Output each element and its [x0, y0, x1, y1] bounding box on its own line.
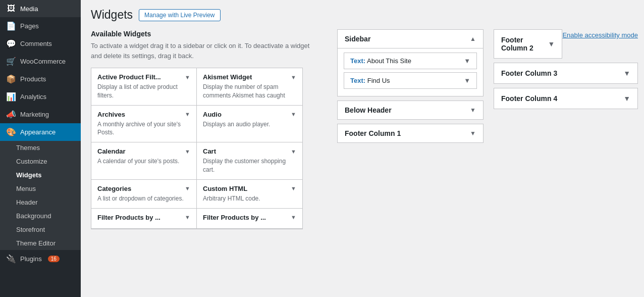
submenu-customize[interactable]: Customize: [0, 155, 81, 168]
widget-header: Filter Products by ... ▼: [203, 214, 296, 221]
sidebar-item-analytics[interactable]: 📊 Analytics: [0, 88, 81, 106]
products-icon: 📦: [6, 74, 16, 84]
widget-item[interactable]: Cart ▼ Display the customer shopping car…: [197, 142, 302, 180]
chevron-down-icon: ▼: [464, 57, 470, 65]
widget-header: Cart ▼: [203, 147, 296, 155]
widget-desc: A list or dropdown of categories.: [97, 194, 190, 203]
chevron-down-icon: ▼: [185, 111, 190, 117]
widget-item[interactable]: Archives ▼ A monthly archive of your sit…: [91, 106, 197, 143]
sidebar-item-plugins[interactable]: 🔌 Plugins 16: [0, 250, 81, 268]
widget-header: Audio ▼: [203, 111, 296, 118]
widget-name: Archives: [97, 111, 125, 118]
widget-item[interactable]: Akismet Widget ▼ Display the number of s…: [197, 68, 302, 106]
widget-item[interactable]: Categories ▼ A list or dropdown of categ…: [91, 180, 197, 209]
widget-item[interactable]: Active Product Filt... ▼ Display a list …: [91, 68, 197, 106]
footer-column1-header[interactable]: Footer Column 1 ▼: [338, 124, 483, 142]
slot-label: Text: About This Site: [350, 57, 411, 65]
footer-areas-panel: Enable accessibility mode Footer Column …: [488, 0, 644, 297]
widget-name: Categories: [97, 185, 131, 192]
chevron-down-icon: ▼: [470, 130, 476, 137]
below-header-area-header[interactable]: Below Header ▼: [338, 101, 483, 119]
widgets-section: Widgets Manage with Live Preview Availab…: [81, 0, 331, 297]
widgets-grid: Active Product Filt... ▼ Display a list …: [91, 68, 303, 229]
widget-desc: Display the number of spam comments Akis…: [203, 83, 296, 100]
widget-desc: Display a list of active product filters…: [97, 83, 190, 100]
sidebar-item-label: Comments: [20, 40, 52, 47]
widget-item[interactable]: Audio ▼ Displays an audio player.: [197, 106, 302, 143]
widget-item[interactable]: Custom HTML ▼ Arbitrary HTML code.: [197, 180, 302, 209]
widget-item[interactable]: Filter Products by ... ▼: [91, 209, 197, 229]
widget-slot[interactable]: Text: About This Site ▼: [344, 53, 477, 69]
widget-name: Active Product Filt...: [97, 73, 161, 81]
widget-desc: Displays an audio player.: [203, 120, 296, 129]
marketing-icon: 📣: [6, 110, 16, 119]
widget-item[interactable]: Filter Products by ... ▼: [197, 209, 302, 229]
sidebar-item-pages[interactable]: 📄 Pages: [0, 17, 81, 35]
submenu-theme-editor[interactable]: Theme Editor: [0, 236, 81, 250]
pages-icon: 📄: [6, 21, 16, 31]
widget-name: Akismet Widget: [203, 73, 252, 81]
footer-column4-title: Footer Column 4: [501, 94, 557, 103]
widget-header: Custom HTML ▼: [203, 185, 296, 192]
chevron-down-icon: ▼: [623, 94, 630, 103]
manage-live-preview-button[interactable]: Manage with Live Preview: [139, 9, 220, 21]
sidebar-item-woocommerce[interactable]: 🛒 WooCommerce: [0, 53, 81, 70]
submenu-storefront[interactable]: Storefront: [0, 223, 81, 236]
sidebar-item-appearance[interactable]: 🎨 Appearance: [0, 123, 81, 141]
widget-header: Archives ▼: [97, 111, 190, 118]
chevron-down-icon: ▼: [291, 214, 296, 220]
sidebar-item-label: Products: [20, 75, 46, 83]
submenu-themes[interactable]: Themes: [0, 141, 81, 155]
sidebar-area-header[interactable]: Sidebar ▲: [338, 30, 483, 48]
chevron-down-icon: ▼: [291, 185, 296, 191]
sidebar-item-marketing[interactable]: 📣 Marketing: [0, 106, 81, 123]
sidebar-item-label: Analytics: [20, 93, 46, 101]
sidebar-area-content: Text: About This Site ▼ Text: Find Us ▼: [338, 48, 483, 96]
footer-column1-area: Footer Column 1 ▼: [337, 124, 484, 143]
widget-name: Filter Products by ...: [203, 214, 266, 221]
footer-column4-item[interactable]: Footer Column 4 ▼: [494, 88, 638, 109]
widget-slot[interactable]: Text: Find Us ▼: [344, 72, 477, 89]
sidebar-area: Sidebar ▲ Text: About This Site ▼ Text: …: [337, 29, 484, 96]
appearance-icon: 🎨: [6, 127, 16, 137]
widget-item[interactable]: Calendar ▼ A calendar of your site's pos…: [91, 142, 197, 180]
sidebar-item-products[interactable]: 📦 Products: [0, 70, 81, 88]
chevron-down-icon: ▼: [464, 77, 470, 84]
submenu-header[interactable]: Header: [0, 195, 81, 209]
sidebar-item-media[interactable]: 🖼 Media: [0, 0, 81, 17]
admin-sidebar: 🖼 Media 📄 Pages 💬 Comments 🛒 WooCommerce…: [0, 0, 81, 297]
appearance-submenu: Themes Customize Widgets Menus Header Ba…: [0, 141, 81, 250]
plugins-badge: 16: [48, 256, 60, 262]
below-header-title: Below Header: [345, 106, 392, 114]
submenu-background[interactable]: Background: [0, 209, 81, 223]
widget-desc: Arbitrary HTML code.: [203, 194, 296, 203]
submenu-widgets[interactable]: Widgets: [0, 168, 81, 182]
footer-column2-item[interactable]: Footer Column 2 ▼: [494, 29, 562, 59]
submenu-menus[interactable]: Menus: [0, 182, 81, 195]
sidebar-item-label: Media: [20, 5, 38, 13]
page-title: Widgets: [91, 8, 133, 22]
footer-column3-item[interactable]: Footer Column 3 ▼: [494, 63, 638, 84]
below-header-area: Below Header ▼: [337, 101, 484, 120]
sidebar-areas-panel: Sidebar ▲ Text: About This Site ▼ Text: …: [331, 0, 488, 297]
widget-desc: Display the customer shopping cart.: [203, 157, 296, 174]
widget-name: Audio: [203, 111, 222, 118]
available-widgets-title: Available Widgets: [91, 30, 321, 38]
footer-column1-title: Footer Column 1: [345, 129, 401, 137]
sidebar-item-label: Plugins: [20, 255, 42, 263]
widget-name: Custom HTML: [203, 185, 247, 192]
woocommerce-icon: 🛒: [6, 57, 16, 66]
analytics-icon: 📊: [6, 92, 16, 102]
available-widgets-section: Available Widgets To activate a widget d…: [91, 30, 321, 229]
sidebar-item-comments[interactable]: 💬 Comments: [0, 35, 81, 53]
widget-header: Categories ▼: [97, 185, 190, 192]
sidebar-area-title: Sidebar: [345, 35, 370, 43]
widget-name: Calendar: [97, 147, 126, 155]
widget-header: Akismet Widget ▼: [203, 73, 296, 81]
widget-desc: A calendar of your site's posts.: [97, 157, 190, 166]
widget-header: Filter Products by ... ▼: [97, 214, 190, 221]
chevron-down-icon: ▼: [623, 69, 630, 77]
comments-icon: 💬: [6, 39, 16, 48]
chevron-down-icon: ▼: [470, 107, 476, 114]
enable-accessibility-link[interactable]: Enable accessibility mode: [562, 31, 638, 39]
